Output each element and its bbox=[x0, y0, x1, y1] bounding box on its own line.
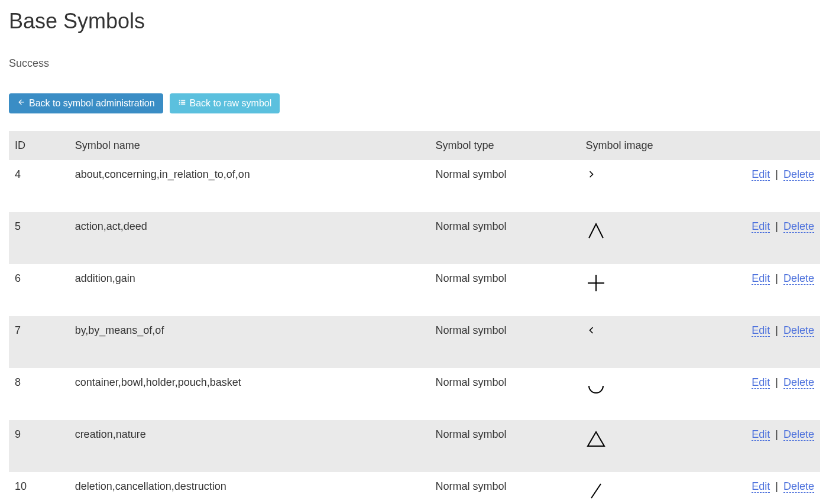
chevron-right-icon bbox=[585, 171, 597, 183]
cell-actions: Edit | Delete bbox=[700, 420, 820, 472]
delete-link[interactable]: Delete bbox=[783, 428, 814, 441]
svg-rect-2 bbox=[179, 102, 180, 103]
svg-rect-1 bbox=[181, 100, 185, 101]
cell-image bbox=[579, 472, 700, 504]
cell-id: 9 bbox=[9, 420, 69, 472]
svg-marker-8 bbox=[588, 432, 604, 446]
svg-rect-5 bbox=[181, 103, 185, 105]
header-type: Symbol type bbox=[429, 131, 579, 160]
cell-actions: Edit | Delete bbox=[700, 316, 820, 368]
cell-id: 5 bbox=[9, 212, 69, 264]
page-title: Base Symbols bbox=[9, 9, 820, 34]
table-row: 5action,act,deedNormal symbolEdit | Dele… bbox=[9, 212, 820, 264]
cell-name: container,bowl,holder,pouch,basket bbox=[69, 368, 430, 420]
table-row: 9creation,natureNormal symbolEdit | Dele… bbox=[9, 420, 820, 472]
cell-name: action,act,deed bbox=[69, 212, 430, 264]
delete-link[interactable]: Delete bbox=[783, 272, 814, 285]
cell-type: Normal symbol bbox=[429, 420, 579, 472]
back-to-raw-button[interactable]: Back to raw symbol bbox=[170, 93, 280, 113]
plus-icon bbox=[585, 284, 607, 296]
svg-rect-0 bbox=[179, 100, 180, 101]
cell-image bbox=[579, 212, 700, 264]
edit-link[interactable]: Edit bbox=[752, 480, 770, 493]
cell-type: Normal symbol bbox=[429, 316, 579, 368]
action-separator: | bbox=[772, 428, 781, 440]
svg-line-9 bbox=[591, 484, 601, 498]
cell-actions: Edit | Delete bbox=[700, 212, 820, 264]
header-id: ID bbox=[9, 131, 69, 160]
cell-name: addition,gain bbox=[69, 264, 430, 316]
arrow-left-icon bbox=[17, 98, 25, 109]
cell-type: Normal symbol bbox=[429, 368, 579, 420]
cell-id: 7 bbox=[9, 316, 69, 368]
cell-actions: Edit | Delete bbox=[700, 264, 820, 316]
cell-image bbox=[579, 316, 700, 368]
cell-image bbox=[579, 264, 700, 316]
symbols-table: ID Symbol name Symbol type Symbol image … bbox=[9, 131, 820, 504]
back-to-admin-button[interactable]: Back to symbol administration bbox=[9, 93, 163, 113]
delete-link[interactable]: Delete bbox=[783, 324, 814, 337]
cell-type: Normal symbol bbox=[429, 212, 579, 264]
cell-name: deletion,cancellation,destruction bbox=[69, 472, 430, 504]
status-message: Success bbox=[9, 57, 820, 70]
header-actions bbox=[700, 131, 820, 160]
cell-image bbox=[579, 420, 700, 472]
table-row: 4about,concerning,in_relation_to,of,onNo… bbox=[9, 160, 820, 212]
header-name: Symbol name bbox=[69, 131, 430, 160]
cup-icon bbox=[585, 388, 607, 400]
delete-link[interactable]: Delete bbox=[783, 168, 814, 181]
action-separator: | bbox=[772, 480, 781, 492]
cell-image bbox=[579, 368, 700, 420]
action-separator: | bbox=[772, 168, 781, 180]
cell-actions: Edit | Delete bbox=[700, 368, 820, 420]
table-row: 10deletion,cancellation,destructionNorma… bbox=[9, 472, 820, 504]
edit-link[interactable]: Edit bbox=[752, 168, 770, 181]
edit-link[interactable]: Edit bbox=[752, 428, 770, 441]
action-separator: | bbox=[772, 376, 781, 388]
button-group: Back to symbol administration Back to ra… bbox=[9, 93, 820, 113]
edit-link[interactable]: Edit bbox=[752, 272, 770, 285]
header-image: Symbol image bbox=[579, 131, 700, 160]
back-to-admin-label: Back to symbol administration bbox=[29, 98, 155, 109]
cell-actions: Edit | Delete bbox=[700, 472, 820, 504]
cell-type: Normal symbol bbox=[429, 472, 579, 504]
action-separator: | bbox=[772, 324, 781, 336]
chevron-left-icon bbox=[585, 327, 597, 339]
cell-id: 4 bbox=[9, 160, 69, 212]
cell-actions: Edit | Delete bbox=[700, 160, 820, 212]
delete-link[interactable]: Delete bbox=[783, 376, 814, 389]
cell-name: creation,nature bbox=[69, 420, 430, 472]
cell-image bbox=[579, 160, 700, 212]
svg-rect-4 bbox=[179, 103, 180, 105]
back-to-raw-label: Back to raw symbol bbox=[190, 98, 272, 109]
delete-link[interactable]: Delete bbox=[783, 220, 814, 233]
cell-name: about,concerning,in_relation_to,of,on bbox=[69, 160, 430, 212]
cell-id: 8 bbox=[9, 368, 69, 420]
svg-rect-3 bbox=[181, 102, 185, 103]
triangle-icon bbox=[585, 440, 607, 452]
cell-type: Normal symbol bbox=[429, 264, 579, 316]
cell-type: Normal symbol bbox=[429, 160, 579, 212]
delete-link[interactable]: Delete bbox=[783, 480, 814, 493]
slash-icon bbox=[585, 492, 607, 504]
caret-up-icon bbox=[585, 232, 607, 244]
action-separator: | bbox=[772, 272, 781, 284]
table-row: 8container,bowl,holder,pouch,basketNorma… bbox=[9, 368, 820, 420]
table-row: 7by,by_means_of,ofNormal symbolEdit | De… bbox=[9, 316, 820, 368]
list-icon bbox=[178, 98, 186, 109]
edit-link[interactable]: Edit bbox=[752, 220, 770, 233]
cell-id: 6 bbox=[9, 264, 69, 316]
table-header-row: ID Symbol name Symbol type Symbol image bbox=[9, 131, 820, 160]
edit-link[interactable]: Edit bbox=[752, 324, 770, 337]
table-row: 6addition,gainNormal symbolEdit | Delete bbox=[9, 264, 820, 316]
cell-name: by,by_means_of,of bbox=[69, 316, 430, 368]
cell-id: 10 bbox=[9, 472, 69, 504]
action-separator: | bbox=[772, 220, 781, 232]
edit-link[interactable]: Edit bbox=[752, 376, 770, 389]
